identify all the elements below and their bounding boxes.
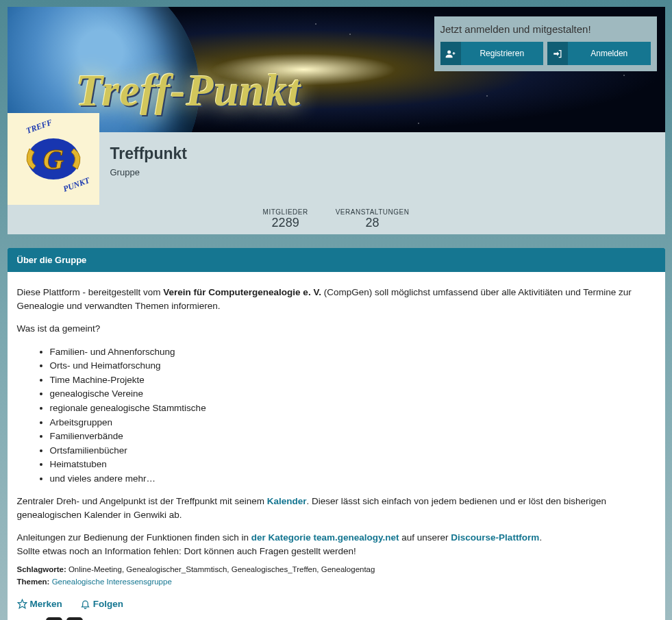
stat-events[interactable]: VERANSTALTUNGEN 28: [336, 208, 410, 230]
topics-line: Themen: Genealogische Interessensgruppe: [17, 576, 656, 588]
list-item: Orts- und Heimatforschung: [50, 359, 656, 373]
list-item: Familien- und Ahnenforschung: [50, 345, 656, 359]
stat-members[interactable]: MITGLIEDER 2289: [263, 208, 308, 230]
kalender-link[interactable]: Kalender: [267, 496, 307, 506]
question-paragraph: Was ist da gemeint?: [17, 322, 656, 336]
list-item: Arbeitsgruppen: [50, 416, 656, 430]
group-title: Treffpunkt: [110, 145, 665, 163]
svg-marker-5: [18, 599, 27, 608]
list-item: Familienverbände: [50, 430, 656, 443]
auth-heading: Jetzt anmelden und mitgestalten!: [440, 23, 651, 35]
auth-box: Jetzt anmelden und mitgestalten! Registr…: [434, 16, 657, 71]
login-button[interactable]: Anmelden: [547, 42, 651, 65]
hero-banner: Treff-Punkt Jetzt anmelden und mitgestal…: [8, 7, 665, 132]
share-twitter-button[interactable]: [66, 617, 83, 620]
intro-paragraph: Diese Plattform - bereitgestellt vom Ver…: [17, 286, 656, 312]
help-paragraph: Anleitungen zur Bedienung der Funktionen…: [17, 531, 656, 558]
bookmark-button[interactable]: Merken: [17, 597, 62, 611]
svg-text:G: G: [42, 144, 63, 175]
discourse-link[interactable]: Discourse-Plattform: [451, 532, 539, 543]
user-plus-icon: [440, 42, 461, 65]
svg-point-0: [447, 50, 451, 53]
login-icon: [547, 42, 568, 65]
share-row: Teilen:: [17, 617, 656, 620]
svg-text:PUNKT: PUNKT: [62, 175, 91, 194]
about-section: Über die Gruppe Diese Plattform - bereit…: [8, 248, 665, 620]
tags-line: Schlagworte: Online-Meeting, Genealogisc…: [17, 564, 656, 575]
group-type: Gruppe: [110, 167, 665, 177]
hero-wordmark: Treff-Punkt: [76, 65, 301, 116]
group-logo: G TREFF PUNKT: [8, 113, 99, 205]
svg-text:TREFF: TREFF: [25, 118, 53, 136]
share-facebook-button[interactable]: [46, 617, 62, 620]
follow-button[interactable]: Folgen: [80, 597, 123, 611]
bell-icon: [80, 599, 90, 609]
list-item: Ortsfamilienbücher: [50, 444, 656, 458]
list-item: Heimatstuben: [50, 458, 656, 471]
star-icon: [17, 599, 27, 609]
list-item: regionale genealogische Stammtische: [50, 401, 656, 415]
about-heading: Über die Gruppe: [8, 248, 665, 272]
register-button[interactable]: Registrieren: [440, 42, 544, 65]
list-item: und vieles andere mehr…: [50, 472, 656, 486]
topic-list: Familien- und Ahnenforschung Orts- und H…: [50, 345, 656, 486]
kalender-paragraph: Zentraler Dreh- und Angelpunkt ist der T…: [17, 495, 656, 521]
list-item: Time Machine-Projekte: [50, 373, 656, 387]
group-header: G TREFF PUNKT Treffpunkt Gruppe MITGLIED…: [8, 132, 665, 234]
category-link[interactable]: der Kategorie team.genealogy.net: [251, 532, 399, 543]
topic-link[interactable]: Genealogische Interessensgruppe: [52, 578, 172, 586]
list-item: genealogische Vereine: [50, 387, 656, 401]
